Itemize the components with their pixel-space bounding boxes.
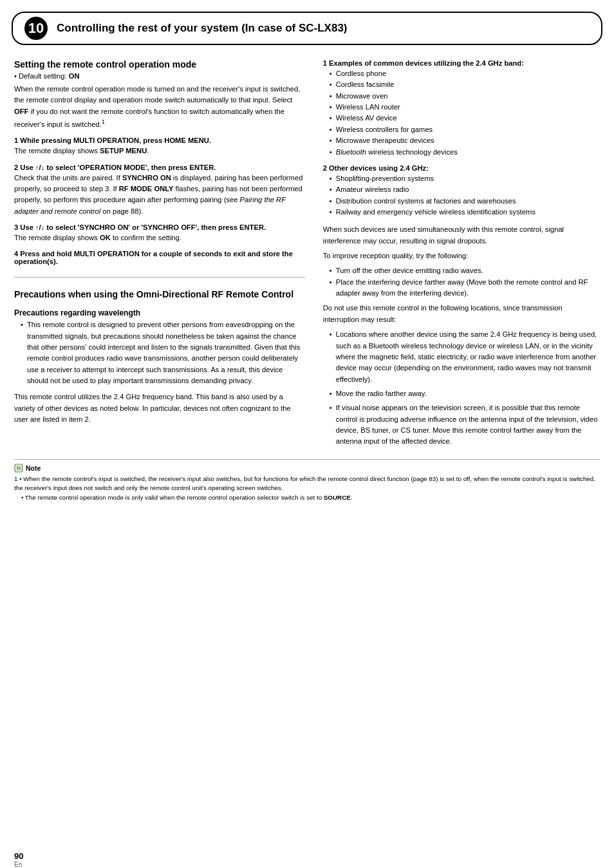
note-line1: 1 • When the remote control's input is s… [14, 475, 600, 493]
default-setting-label: Default setting: [19, 72, 69, 80]
step3-heading: 3 Use ↑/↓ to select 'SYNCHRO ON' or 'SYN… [14, 223, 305, 231]
step3-body: The remote display shows OK to confirm t… [14, 232, 305, 243]
step1-body: The remote display shows SETUP MENU. [14, 146, 305, 156]
list2-header: 2 Other devices using 2.4 GHz: [323, 164, 600, 172]
default-setting: • Default setting: ON [14, 72, 305, 80]
right-column: 1 Examples of common devices utilizing t… [323, 59, 600, 448]
list1-header: 1 Examples of common devices utilizing t… [323, 59, 600, 67]
default-setting-value: ON [69, 72, 80, 80]
donot-text: Do not use this remote control in the fo… [323, 303, 600, 325]
list-item: Distribution control systems at factorie… [331, 196, 600, 207]
section1-title: Setting the remote control operation mod… [14, 59, 305, 70]
freq-text: This remote control utilizes the 2.4 GHz… [14, 392, 305, 425]
section2-title: Precautions when using the Omni-Directio… [14, 289, 305, 299]
step1-heading: 1 While pressing MULTI OPERATION, press … [14, 137, 305, 144]
page: 10 Controlling the rest of your system (… [0, 12, 614, 868]
note-section: N Note 1 • When the remote control's inp… [14, 459, 600, 509]
separator [14, 277, 305, 278]
footnote-ref: 1 [102, 118, 105, 125]
intro-text: When the remote control operation mode i… [14, 84, 305, 130]
list-item: Bluetooth wireless technology devices [331, 147, 600, 158]
list-item: Microwave oven [331, 91, 600, 102]
list-item: Wireless LAN router [331, 102, 600, 113]
improve-text: To improve reception quality, try the fo… [323, 250, 600, 261]
improve-bullet: Turn off the other device emitting radio… [331, 265, 600, 276]
list-item: Amateur wireless radio [331, 184, 600, 195]
wavelength-bullet: This remote control is designed to preve… [22, 319, 305, 386]
note-label: Note [26, 464, 41, 472]
list-item: Shoplifting-prevention systems [331, 173, 600, 184]
page-title: Controlling the rest of your system (In … [57, 22, 348, 35]
list-item: Wireless AV device [331, 113, 600, 124]
list-item: Railway and emergency vehicle wireless i… [331, 207, 600, 218]
page-lang: En [14, 861, 23, 868]
step2-body: Check that the units are paired. If SYNC… [14, 173, 305, 217]
donot-bullet: If visual noise appears on the televisio… [331, 402, 600, 447]
donot-bullet: Move the radio farther away. [331, 388, 600, 399]
step4-heading: 4 Press and hold MULTI OPERATION for a c… [14, 250, 305, 265]
list2-section: 2 Other devices using 2.4 GHz: Shoplifti… [323, 164, 600, 218]
page-footer: 90 En [14, 851, 23, 868]
list-item: Microwave therapeutic devices [331, 135, 600, 146]
step2-heading: 2 Use ↑/↓ to select 'OPERATION MODE', th… [14, 164, 305, 171]
off-bold: OFF [14, 108, 28, 115]
page-header: 10 Controlling the rest of your system (… [12, 12, 602, 45]
subsection-title: Precautions regarding wavelength [14, 308, 305, 317]
left-column: Setting the remote control operation mod… [14, 59, 305, 448]
list1-section: 1 Examples of common devices utilizing t… [323, 59, 600, 158]
donot-bullet: Locations where another device using the… [331, 329, 600, 385]
content-area: Setting the remote control operation mod… [0, 45, 614, 448]
page-number: 90 [14, 851, 23, 861]
list-item: Cordless phone [331, 68, 600, 79]
improve-bullet: Place the interfering device farther awa… [331, 277, 600, 299]
note-header: N Note [14, 464, 600, 473]
list-item: Cordless facsimile [331, 79, 600, 90]
simultaneous-text: When such devices are used simultaneousl… [323, 224, 600, 247]
note-icon: N [14, 464, 23, 473]
list-item: Wireless controllers for games [331, 124, 600, 135]
note-line2: • The remote control operation mode is o… [14, 493, 600, 503]
svg-text:N: N [17, 465, 21, 471]
chapter-number: 10 [24, 17, 48, 40]
